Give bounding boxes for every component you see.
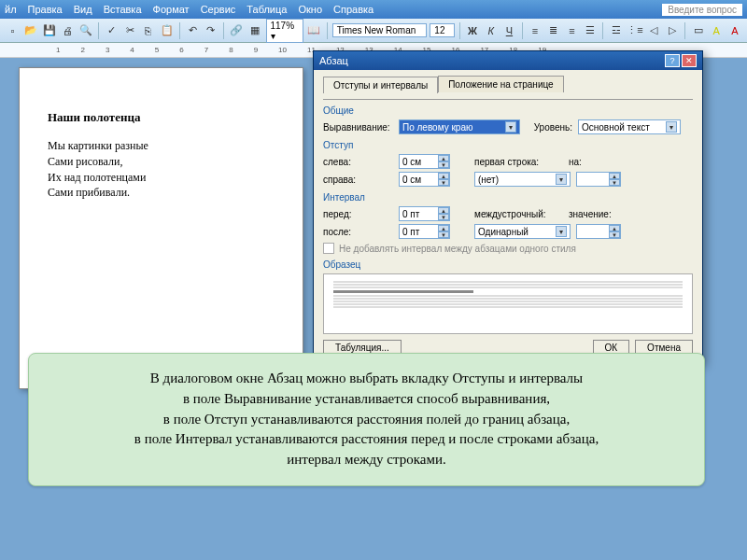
align-right-icon[interactable]: ≡ — [564, 22, 580, 39]
menu-window[interactable]: Окно — [298, 4, 322, 15]
menu-insert[interactable]: Вставка — [104, 4, 142, 15]
alignment-label: Выравнивание: — [323, 122, 393, 133]
border-icon[interactable]: ▭ — [690, 22, 706, 39]
tab-indents[interactable]: Отступы и интервалы — [323, 77, 438, 93]
help-icon[interactable]: ? — [665, 54, 680, 67]
down-icon[interactable]: ▼ — [438, 231, 449, 238]
indent-left-label: слева: — [323, 157, 393, 167]
bold-button[interactable]: Ж — [465, 22, 481, 39]
copy-icon[interactable]: ⎘ — [141, 22, 157, 39]
chevron-down-icon: ▾ — [505, 121, 516, 133]
save-icon[interactable]: 💾 — [41, 22, 57, 39]
level-dropdown[interactable]: Основной текст▾ — [578, 119, 681, 134]
section-indent: Отступ — [323, 140, 693, 150]
dialog-title: Абзац — [319, 55, 348, 66]
indent-right-label: справа: — [323, 175, 393, 185]
up-icon[interactable]: ▲ — [438, 225, 449, 231]
toolbar: ▫ 📂 💾 🖨 🔍 ✓ ✂ ⎘ 📋 ↶ ↷ 🔗 ▦ 117% ▾ 📖 Times… — [0, 19, 747, 43]
undo-icon[interactable]: ↶ — [185, 22, 201, 39]
list-icon[interactable]: ☲ — [608, 22, 624, 39]
indent-left-input[interactable]: 0 см▲▼ — [399, 154, 450, 169]
before-label: перед: — [323, 209, 393, 219]
new-icon[interactable]: ▫ — [5, 22, 21, 39]
menu-service[interactable]: Сервис — [201, 4, 236, 15]
doc-line: Сами прибивали. — [48, 185, 275, 201]
cut-icon[interactable]: ✂ — [122, 22, 138, 39]
menu-edit[interactable]: Правка — [28, 4, 63, 15]
link-icon[interactable]: 🔗 — [229, 22, 245, 39]
separator — [98, 22, 99, 39]
italic-button[interactable]: К — [483, 22, 499, 39]
separator — [223, 22, 224, 39]
down-icon[interactable]: ▼ — [609, 179, 620, 186]
before-input[interactable]: 0 пт▲▼ — [399, 206, 450, 221]
chevron-down-icon: ▾ — [556, 226, 567, 237]
up-icon[interactable]: ▲ — [609, 225, 620, 231]
preview-box — [323, 273, 693, 334]
menu-view[interactable]: Вид — [74, 4, 92, 15]
align-left-icon[interactable]: ≡ — [528, 22, 543, 39]
no-space-label: Не добавлять интервал между абзацами одн… — [339, 244, 576, 254]
help-input[interactable]: Введите вопрос — [662, 4, 742, 16]
dialog-titlebar[interactable]: Абзац ? ✕ — [314, 51, 702, 70]
no-space-checkbox[interactable] — [323, 243, 334, 254]
down-icon[interactable]: ▼ — [438, 214, 449, 220]
first-on-input[interactable]: ▲▼ — [576, 172, 621, 187]
section-general: Общие — [323, 105, 693, 116]
up-icon[interactable]: ▲ — [609, 173, 620, 179]
indent-icon[interactable]: ▷ — [665, 22, 681, 39]
font-size-selector[interactable]: 12 — [430, 23, 455, 37]
tab-position[interactable]: Положение на странице — [438, 76, 563, 92]
document-page[interactable]: Наши полотенца Мы картинки разные Сами р… — [19, 67, 303, 389]
separator — [459, 22, 460, 39]
print-icon[interactable]: 🖨 — [60, 22, 76, 39]
value-input[interactable]: ▲▼ — [576, 224, 621, 239]
numlist-icon[interactable]: ⋮≡ — [627, 22, 643, 39]
section-preview: Образец — [323, 259, 693, 270]
paste-icon[interactable]: 📋 — [159, 22, 175, 39]
up-icon[interactable]: ▲ — [438, 207, 449, 214]
separator — [684, 22, 685, 39]
after-label: после: — [323, 227, 393, 237]
redo-icon[interactable]: ↷ — [204, 22, 219, 39]
fontcolor-icon[interactable]: A — [727, 22, 743, 39]
up-icon[interactable]: ▲ — [438, 155, 449, 161]
underline-button[interactable]: Ч — [501, 22, 517, 39]
preview-icon[interactable]: 🔍 — [78, 22, 94, 39]
close-icon[interactable]: ✕ — [682, 54, 697, 67]
justify-icon[interactable]: ☰ — [583, 22, 599, 39]
font-family-selector[interactable]: Times New Roman — [332, 23, 428, 37]
alignment-dropdown[interactable]: По левому краю▾ — [399, 119, 520, 134]
menu-file[interactable]: йл — [5, 4, 17, 15]
align-center-icon[interactable]: ≣ — [545, 22, 561, 39]
separator — [179, 22, 180, 39]
down-icon[interactable]: ▼ — [609, 231, 620, 238]
menu-help[interactable]: Справка — [333, 4, 374, 15]
down-icon[interactable]: ▼ — [438, 179, 449, 186]
chevron-down-icon: ▾ — [666, 121, 677, 133]
doc-line: Сами рисовали, — [48, 154, 275, 170]
zoom-selector[interactable]: 117% ▾ — [266, 19, 304, 43]
doc-title: Наши полотенца — [48, 110, 275, 125]
open-icon[interactable]: 📂 — [23, 22, 39, 39]
separator — [602, 22, 603, 39]
menu-table[interactable]: Таблица — [247, 4, 287, 15]
down-icon[interactable]: ▼ — [438, 161, 449, 168]
separator — [327, 22, 328, 39]
line-spacing-dropdown[interactable]: Одинарный▾ — [474, 224, 571, 239]
indent-right-input[interactable]: 0 см▲▼ — [399, 172, 450, 187]
first-line-dropdown[interactable]: (нет)▾ — [474, 172, 571, 187]
explanation-callout: В диалоговом окне Абзац можно выбрать вк… — [28, 353, 705, 486]
read-icon[interactable]: 📖 — [306, 22, 322, 39]
doc-line: Их над полотенцами — [48, 170, 275, 186]
table-icon[interactable]: ▦ — [247, 22, 263, 39]
up-icon[interactable]: ▲ — [438, 173, 449, 179]
outdent-icon[interactable]: ◁ — [646, 22, 662, 39]
section-interval: Интервал — [323, 192, 693, 203]
menubar: йл Правка Вид Вставка Формат Сервис Табл… — [0, 0, 747, 19]
doc-line: Мы картинки разные — [48, 138, 275, 154]
after-input[interactable]: 0 пт▲▼ — [399, 224, 450, 239]
highlight-icon[interactable]: A — [709, 22, 725, 39]
spell-icon[interactable]: ✓ — [104, 22, 120, 39]
menu-format[interactable]: Формат — [153, 4, 190, 15]
